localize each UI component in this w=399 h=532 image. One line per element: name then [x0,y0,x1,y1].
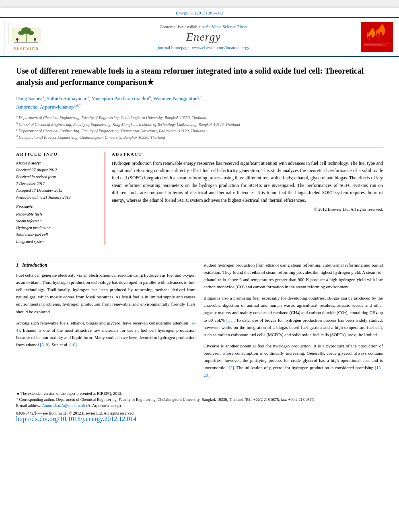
energy-logo-image [361,22,393,52]
doi-link[interactable]: http://dx.doi.org/10.1016/j.energy.2012.… [16,415,136,422]
history-label: Article history: [16,161,41,165]
ref-1-4[interactable]: [1–4] [16,320,195,333]
article-history: Article history: Received 27 August 2012… [16,160,97,201]
sciverse-link[interactable]: SciVerse ScienceDirect [206,24,247,29]
svg-point-3 [18,31,25,35]
authors-line: Dang Saebeaa, Suthida Authayanuna, Yanee… [16,94,383,111]
intro-heading: 1. Introduction [16,261,195,269]
svg-point-6 [16,38,19,41]
footer-links: 0360-5442/$ — see front matter © 2012 El… [16,411,383,415]
footnote-email: E-mail address: Amornchai.A@chula.ac.th … [16,403,383,408]
ref-5-9[interactable]: [5–9] [40,342,49,347]
author-1: Dang Saebea [16,96,43,101]
article-info-title: ARTICLE INFO [16,152,97,156]
intro-para-1: Fuel cells can generate electricity via … [16,271,195,315]
journal-citation-bar: Energy 51 (2013) 305–313 [0,8,399,18]
author-4: Woranee Paengjuntuek [153,96,200,101]
footer-doi: http://dx.doi.org/10.1016/j.energy.2012.… [16,415,383,423]
footer-area: ★ The extended version of the paper pres… [0,387,399,427]
svg-rect-10 [362,22,392,51]
author-5: Amornchai Arpornwichanop [16,104,74,110]
svg-rect-13 [364,45,387,45]
energy-logo-box [359,21,395,53]
svg-point-4 [28,31,34,35]
copyright: © 2012 Elsevier Ltd. All rights reserved… [112,207,383,212]
ref-11[interactable]: [11] [226,318,234,322]
author-email[interactable]: Amornchai.A@chula.ac.th [42,403,85,408]
author-2: Suthida Authayanun [47,96,88,101]
elsevier-logo: ELSEVIER [4,21,48,53]
ref-10[interactable]: [10] [70,342,77,347]
journal-homepage: journal homepage: www.elsevier.com/locat… [158,45,249,50]
abstract-section: ABSTRACT Hydrogen production from renewa… [105,152,383,245]
abstract-title: ABSTRACT [112,152,383,156]
info-section: ARTICLE INFO Article history: Received 2… [16,147,383,245]
article-body: Use of different renewable fuels in a st… [0,57,399,261]
right-para-3: Glycerol is another potential fuel for h… [204,342,383,379]
main-content: 1. Introduction Fuel cells can generate … [0,261,399,383]
svg-point-8 [34,38,36,41]
right-para-2: Biogas is also a promising fuel, especia… [204,294,383,338]
keywords-title: Keywords: [16,205,97,209]
journal-header-center: Contents lists available at SciVerse Sci… [52,21,355,53]
intro-para-2: Among such renewable fuels, ethanol, bio… [16,319,195,349]
author-3: Yaneeporn Patcharavorachot [91,96,149,101]
ref-12[interactable]: [12] [226,365,234,370]
col-left: 1. Introduction Fuel cells can generate … [16,261,195,383]
keywords-list: Renewable fuels Steam reformer Hydrogen … [16,211,97,245]
svg-rect-11 [364,43,390,43]
section-number: 1. [16,262,20,268]
section-title: Introduction [22,262,47,268]
sciverse-availability: Contents lists available at SciVerse Sci… [160,24,247,29]
footnote-corresponding: * Corresponding author. Department of Ch… [16,397,383,402]
journal-title: Energy [186,31,221,43]
article-title: Use of different renewable fuels in a st… [16,65,383,88]
footnote-star: ★ The extended version of the paper pres… [16,391,383,396]
journal-citation: Energy 51 (2013) 305–313 [176,10,224,15]
article-info-left: ARTICLE INFO Article history: Received 2… [16,152,97,245]
journal-header: ELSEVIER Contents lists available at Sci… [0,18,399,57]
right-para-1: studied hydrogen production from ethanol… [204,261,383,291]
elsevier-brand-label: ELSEVIER [13,46,39,51]
abstract-text: Hydrogen production from renewable energ… [112,160,383,204]
page: Energy 51 (2013) 305–313 [0,8,399,532]
footer-issn: 0360-5442/$ — see front matter © 2012 El… [16,411,134,415]
affiliations: a Department of Chemical Engineering, Fa… [16,114,383,140]
col-right: studied hydrogen production from ethanol… [204,261,383,383]
svg-rect-12 [364,44,383,44]
